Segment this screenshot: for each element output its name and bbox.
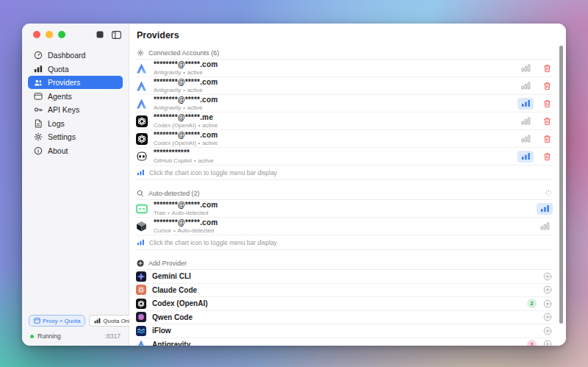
sidebar-item-label: About — [48, 146, 68, 155]
delete-account-button[interactable] — [541, 82, 553, 90]
add-provider-button[interactable] — [542, 313, 553, 321]
auto-detected-header: Auto-detected (2) — [135, 187, 553, 200]
account-email: ********@*****.com — [154, 201, 537, 209]
account-provider: Antigravity — [154, 87, 181, 93]
section-title: Add Provider — [148, 260, 187, 267]
zoom-window-button[interactable] — [58, 31, 65, 38]
chart-bars-icon — [137, 239, 145, 246]
connected-account-row[interactable]: ********@*****.com Antigravityactive — [135, 60, 553, 77]
add-provider-button[interactable] — [542, 340, 553, 346]
add-provider-button[interactable] — [542, 327, 553, 335]
account-status: active — [187, 69, 203, 76]
connected-accounts-header: Connected Accounts (6) — [135, 46, 553, 60]
menubar-chart-toggle-icon[interactable] — [537, 221, 553, 232]
delete-account-button[interactable] — [541, 64, 553, 73]
menubar-chart-toggle-icon[interactable] — [537, 203, 553, 215]
add-provider-button[interactable] — [542, 299, 553, 308]
openai-logo-icon — [135, 298, 146, 309]
add-provider-button[interactable] — [542, 272, 553, 281]
add-provider-row[interactable]: Claude Code — [135, 284, 553, 298]
account-count-badge: 3 — [527, 340, 537, 346]
proxy-mode-icon — [34, 318, 40, 324]
add-provider-row[interactable]: iFlow — [135, 324, 553, 338]
search-icon — [137, 190, 144, 197]
delete-account-button[interactable] — [541, 99, 553, 108]
sidebar-item-api-keys[interactable]: API Keys — [28, 103, 123, 116]
openai-logo-icon — [135, 115, 148, 127]
account-provider: GitHub Copilot — [154, 157, 192, 164]
provider-name: Antigravity — [152, 341, 527, 346]
close-window-button[interactable] — [33, 31, 40, 38]
sidebar-item-logs[interactable]: Logs — [28, 117, 123, 130]
account-status: active — [202, 122, 218, 129]
sidebar-item-providers[interactable]: Providers — [28, 76, 123, 89]
delete-account-button[interactable] — [541, 135, 553, 143]
add-provider-header: Add Provider — [135, 257, 553, 270]
sidebar-item-label: Logs — [48, 119, 65, 128]
sidebar-item-label: Settings — [48, 132, 76, 141]
provider-name: Codex (OpenAI) — [152, 299, 527, 307]
sidebar-item-about[interactable]: About — [28, 144, 123, 157]
menubar-chart-toggle-icon[interactable] — [517, 133, 534, 145]
hint-text: Click the chart icon to toggle menu bar … — [149, 239, 277, 246]
sidebar-item-agents[interactable]: Agents — [28, 90, 123, 103]
qwen-code-logo-icon — [135, 312, 146, 323]
proxy-quota-mode-button[interactable]: Proxy + Quota — [29, 315, 85, 327]
minimize-window-button[interactable] — [46, 31, 53, 38]
dashboard-icon — [34, 51, 43, 60]
settings-icon — [34, 132, 43, 141]
connected-account-row[interactable]: ************ GitHub Copilotactive — [135, 148, 553, 165]
delete-account-button[interactable] — [541, 117, 553, 126]
add-provider-row[interactable]: Antigravity 3 — [135, 338, 553, 346]
refresh-spinner-icon[interactable] — [545, 189, 553, 197]
antigravity-logo-icon — [135, 339, 146, 346]
connected-account-row[interactable]: ********@*****.com Codex (OpenAI)active — [135, 130, 553, 148]
auto-detected-row[interactable]: ********@*****.com TraeAuto-detected — [135, 200, 553, 218]
vertical-scrollbar[interactable] — [559, 46, 563, 324]
app-window: Dashboard Quota Providers Agents API Key… — [22, 24, 566, 346]
add-provider-button[interactable] — [542, 285, 553, 294]
connected-account-row[interactable]: ********@*****.com Antigravityactive — [135, 95, 553, 113]
openai-logo-icon — [135, 132, 148, 145]
quota-icon — [34, 65, 43, 73]
agents-icon — [34, 93, 43, 100]
sidebar-item-settings[interactable]: Settings — [28, 130, 123, 143]
running-status-dot-icon — [30, 335, 34, 338]
toggle-sidebar-icon[interactable] — [112, 31, 121, 39]
provider-name: Gemini CLI — [152, 272, 527, 280]
sidebar-item-label: Providers — [48, 78, 80, 87]
window-titlebar — [22, 24, 129, 46]
sidebar-item-label: Dashboard — [48, 51, 85, 60]
provider-name: Claude Code — [152, 286, 527, 294]
section-title: Connected Accounts (6) — [148, 49, 219, 57]
antigravity-logo-icon — [135, 79, 148, 92]
menubar-hint: Click the chart icon to toggle menu bar … — [135, 165, 553, 180]
mode-button-label: Quota Only — [103, 318, 132, 324]
cursor-logo-icon — [135, 220, 148, 232]
add-provider-row[interactable]: Codex (OpenAI) 2 — [135, 297, 553, 311]
connected-account-row[interactable]: ********@*****.com Antigravityactive — [135, 77, 553, 95]
quota-bars-icon — [94, 318, 101, 324]
sidebar-item-quota[interactable]: Quota — [28, 63, 123, 76]
account-email: ********@*****.com — [154, 78, 517, 86]
sidebar-nav: Dashboard Quota Providers Agents API Key… — [22, 46, 129, 157]
sidebar-item-dashboard[interactable]: Dashboard — [28, 49, 123, 62]
account-email: ********@*****.me — [154, 113, 517, 121]
menubar-chart-toggle-icon[interactable] — [517, 63, 534, 74]
account-email: ********@*****.com — [154, 96, 517, 104]
connected-account-row[interactable]: ********@*****.me Codex (OpenAI)active — [135, 113, 553, 130]
add-provider-row[interactable]: Gemini CLI — [135, 270, 553, 284]
auto-detected-row[interactable]: ********@*****.com CursorAuto-detected — [135, 218, 553, 235]
add-provider-row[interactable]: Qwen Code — [135, 311, 553, 325]
main-content: Providers Connected Accounts (6) *******… — [129, 24, 566, 346]
menubar-chart-toggle-icon[interactable] — [517, 98, 534, 110]
account-email: ************ — [154, 149, 517, 157]
menubar-chart-toggle-icon[interactable] — [517, 80, 534, 92]
delete-account-button[interactable] — [541, 152, 553, 161]
server-status-row: Running :8317 — [29, 332, 122, 340]
menubar-chart-toggle-icon[interactable] — [517, 115, 534, 127]
menubar-chart-toggle-icon[interactable] — [517, 151, 534, 163]
about-icon — [34, 146, 43, 155]
api-keys-icon — [34, 106, 43, 113]
page-title: Providers — [135, 24, 553, 46]
